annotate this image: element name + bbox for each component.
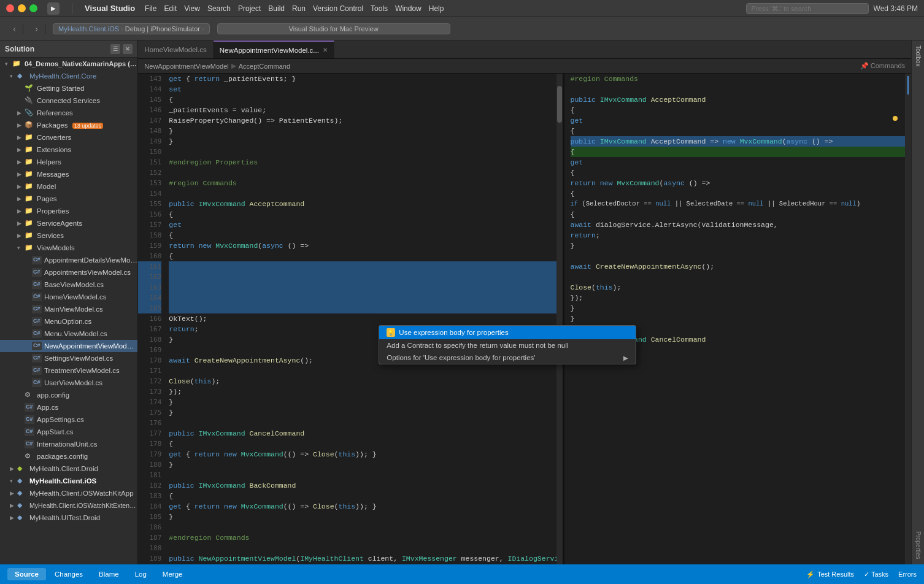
errors-item[interactable]: Errors <box>898 571 917 578</box>
toolbox-label[interactable]: Toolbox <box>913 40 923 71</box>
status-tab-source[interactable]: Source <box>7 568 46 580</box>
sidebar-item-root[interactable]: ▾ 📁 04_Demos_NativeXamarinApps (master) <box>0 58 137 70</box>
sidebar-item-appconfig[interactable]: ⚙ app.config <box>0 389 137 401</box>
autocomplete-item-options[interactable]: Options for 'Use expression body for pro… <box>379 352 636 364</box>
sidebar-item-packages2[interactable]: ⚙ packages.config <box>0 450 137 463</box>
menu-run[interactable]: Run <box>292 4 306 13</box>
sidebar-item-converters[interactable]: ▶ 📁 Converters <box>0 131 137 144</box>
sidebar-item-references[interactable]: ▶ 📎 References <box>0 107 137 119</box>
solution-icon-close[interactable]: ✕ <box>123 44 133 54</box>
sidebar-item-treatmentvm[interactable]: C# TreatmentViewModel.cs <box>0 364 137 377</box>
sidebar-item-uservm[interactable]: C# UserViewModel.cs <box>0 377 137 389</box>
sidebar-item-basevm[interactable]: C# BaseViewModel.cs <box>0 279 137 291</box>
properties-label[interactable]: Properties <box>913 526 923 564</box>
close-button[interactable] <box>6 4 14 12</box>
sidebar-item-apptvm[interactable]: C# AppointmentsViewModel.cs <box>0 266 137 279</box>
sidebar-item-model[interactable]: ▶ 📁 Model <box>0 180 137 193</box>
sidebar-item-helpers[interactable]: ▶ 📁 Helpers <box>0 156 137 168</box>
sidebar-item-myhealthdroid[interactable]: ▶ ◆ MyHealth.Client.Droid <box>0 463 137 475</box>
menu-window[interactable]: Window <box>395 4 422 13</box>
status-tab-changes[interactable]: Changes <box>47 568 90 580</box>
pkg-icon: 📦 <box>25 121 34 129</box>
traffic-lights <box>6 4 37 12</box>
status-tab-merge[interactable]: Merge <box>155 568 190 580</box>
test-icon: ◆ <box>17 513 27 522</box>
sidebar-item-serviceagents[interactable]: ▶ 📁 ServiceAgents <box>0 217 137 229</box>
sidebar-item-myhealthuitest[interactable]: ▶ ◆ MyHealth.UITest.Droid <box>0 512 137 524</box>
plug-icon: 🔌 <box>25 96 34 105</box>
indicator-dot <box>893 116 898 121</box>
sidebar-item-messages[interactable]: ▶ 📁 Messages <box>0 168 137 180</box>
sidebar-item-properties[interactable]: ▶ 📁 Properties <box>0 205 137 217</box>
sidebar-item-menuoption[interactable]: C# MenuOption.cs <box>0 315 137 328</box>
csfile-icon6: C# <box>32 317 42 326</box>
status-tab-log[interactable]: Log <box>128 568 154 580</box>
sidebar-item-gettingstarted[interactable]: 🌱 Getting Started <box>0 82 137 94</box>
clock: Wed 3:46 PM <box>874 4 918 13</box>
status-tab-blame[interactable]: Blame <box>91 568 126 580</box>
sidebar-item-pages[interactable]: ▶ 📁 Pages <box>0 193 137 205</box>
minimize-button[interactable] <box>18 4 26 12</box>
sidebar-item-myhealthwatchext[interactable]: ▶ ◆ MyHealth.Client.iOSWatchKitExtension <box>0 499 137 512</box>
sidebar-item-apptdetails[interactable]: C# AppointmentDetailsViewModel.cs <box>0 254 137 266</box>
menu-edit[interactable]: Edit <box>164 4 177 13</box>
ios-icon: ◆ <box>17 477 27 485</box>
tab-newapptviewmodel[interactable]: NewAppointmentViewModel.c... ✕ <box>214 40 334 58</box>
menu-tools[interactable]: Tools <box>371 4 388 13</box>
sidebar-item-packages[interactable]: ▶ 📦 Packages 13 updates <box>0 119 137 131</box>
sidebar-item-newapptvm[interactable]: C# NewAppointmentViewModel.cs <box>0 340 137 352</box>
sidebar-item-myhealthwatch[interactable]: ▶ ◆ MyHealth.Client.iOSWatchKitApp <box>0 487 137 499</box>
sidebar-item-viewmodels[interactable]: ▾ 📁 ViewModels <box>0 242 137 254</box>
bolt-icon: ⚡ <box>806 571 815 578</box>
play-button[interactable]: ▶ <box>47 2 60 15</box>
sidebar-item-connectedservices[interactable]: 🔌 Connected Services <box>0 94 137 107</box>
csfile-icon3: C# <box>32 280 42 289</box>
status-tabs: Source Changes Blame Log Merge <box>7 568 190 580</box>
menu-help[interactable]: Help <box>429 4 444 13</box>
sidebar-item-homevm[interactable]: C# HomeViewModel.cs <box>0 291 137 303</box>
breadcrumb-member: AcceptCommand <box>239 63 290 70</box>
sidebar-item-settingsvm[interactable]: C# SettingsViewModel.cs <box>0 352 137 364</box>
maximize-button[interactable] <box>29 4 37 12</box>
breadcrumb-project: NewAppointmentViewModel <box>144 63 228 70</box>
errors-label: Errors <box>898 571 917 578</box>
sidebar-item-intlunit[interactable]: C# InternationalUnit.cs <box>0 438 137 450</box>
tab-homeviewmodel[interactable]: HomeViewModel.cs <box>138 40 213 58</box>
ref-icon: 📎 <box>25 109 34 117</box>
csfile-icon11: C# <box>32 378 42 387</box>
sidebar-item-extensions[interactable]: ▶ 📁 Extensions <box>0 144 137 156</box>
menu-file[interactable]: File <box>145 4 156 13</box>
scrollbar-right[interactable] <box>905 74 911 564</box>
tasks-item[interactable]: ✓ Tasks <box>864 571 888 578</box>
back-button[interactable]: ‹ <box>6 24 23 34</box>
menu-project[interactable]: Project <box>238 4 261 13</box>
menu-versioncontrol[interactable]: Version Control <box>313 4 363 13</box>
solution-icon-menu[interactable]: ☰ <box>110 44 120 54</box>
toolbar: ‹ › MyHealth.Client.iOS › Debug | iPhone… <box>0 17 924 40</box>
autocomplete-item-use-expression[interactable]: 💡 Use expression body for properties <box>379 326 636 339</box>
csfile-icon14: C# <box>25 428 34 436</box>
scrollbar-left[interactable] <box>556 74 563 564</box>
test-results-item[interactable]: ⚡ Test Results <box>806 571 854 578</box>
sidebar-item-appcs[interactable]: C# App.cs <box>0 401 137 413</box>
sidebar-item-mainvm[interactable]: C# MainViewModel.cs <box>0 303 137 315</box>
menu-search[interactable]: Search <box>207 4 231 13</box>
menu-build[interactable]: Build <box>268 4 285 13</box>
sidebar-item-myhealthios[interactable]: ▾ ◆ MyHealth.Client.iOS <box>0 475 137 487</box>
code-content-left[interactable]: get { return _patientEvents; } set { _pa… <box>166 74 556 564</box>
autocomplete-item-add-contract[interactable]: Add a Contract to specify the return val… <box>379 339 636 352</box>
code-content-right[interactable]: #region Commands public IMvxCommand Acce… <box>564 74 906 564</box>
forward-button[interactable]: › <box>28 24 45 34</box>
sidebar-item-services[interactable]: ▶ 📁 Services <box>0 229 137 242</box>
sidebar-item-appstart[interactable]: C# AppStart.cs <box>0 426 137 438</box>
sidebar-item-appsettings[interactable]: C# AppSettings.cs <box>0 413 137 426</box>
editor-breadcrumb: NewAppointmentViewModel ▶ AcceptCommand … <box>138 59 911 74</box>
menu-view[interactable]: View <box>184 4 200 13</box>
sidebar-item-menuvm[interactable]: C# Menu.ViewModel.cs <box>0 328 137 340</box>
sidebar-item-myhealthclientcore[interactable]: ▾ ◆ MyHealth.Client.Core <box>0 70 137 82</box>
tab-close-button[interactable]: ✕ <box>323 47 328 53</box>
global-search-input[interactable] <box>746 3 869 14</box>
csfile-icon13: C# <box>25 415 34 424</box>
csfile-icon: C# <box>32 256 42 264</box>
folder-icon: 📁 <box>12 60 22 68</box>
